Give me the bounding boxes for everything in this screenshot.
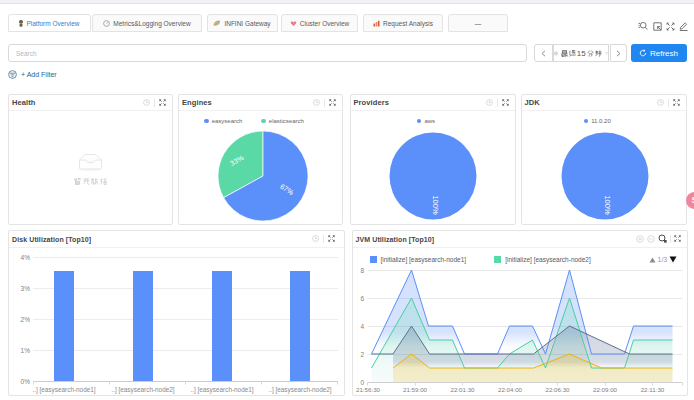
svg-text:22:11:30: 22:11:30: [640, 386, 664, 393]
svg-text:4%: 4%: [21, 254, 31, 261]
svg-text:0%: 0%: [21, 378, 31, 385]
svg-text:..] [easysearch-node2]: ..] [easysearch-node2]: [268, 386, 331, 394]
svg-text:..] [easysearch-node1]: ..] [easysearch-node1]: [32, 386, 95, 394]
svg-text:1%: 1%: [21, 347, 31, 354]
svg-text:0: 0: [360, 379, 364, 386]
svg-text:22:01:30: 22:01:30: [450, 386, 475, 393]
svg-text:..] [easysearch-node2]: ..] [easysearch-node2]: [111, 386, 174, 394]
svg-text:..] [easysearch-node1]: ..] [easysearch-node1]: [190, 386, 253, 394]
svg-text:4: 4: [360, 323, 364, 330]
svg-text:8: 8: [360, 267, 364, 274]
svg-text:22:04:00: 22:04:00: [497, 386, 522, 393]
svg-text:6: 6: [360, 295, 364, 302]
svg-text:100%: 100%: [603, 195, 612, 215]
svg-text:21:59:00: 21:59:00: [402, 386, 427, 393]
svg-text:3%: 3%: [21, 285, 31, 292]
svg-text:2%: 2%: [21, 316, 31, 323]
svg-text:2: 2: [360, 351, 364, 358]
svg-text:21:56:30: 21:56:30: [355, 386, 380, 393]
svg-text:22:06:30: 22:06:30: [545, 386, 570, 393]
svg-text:100%: 100%: [431, 195, 440, 215]
svg-text:22:09:00: 22:09:00: [592, 386, 617, 393]
